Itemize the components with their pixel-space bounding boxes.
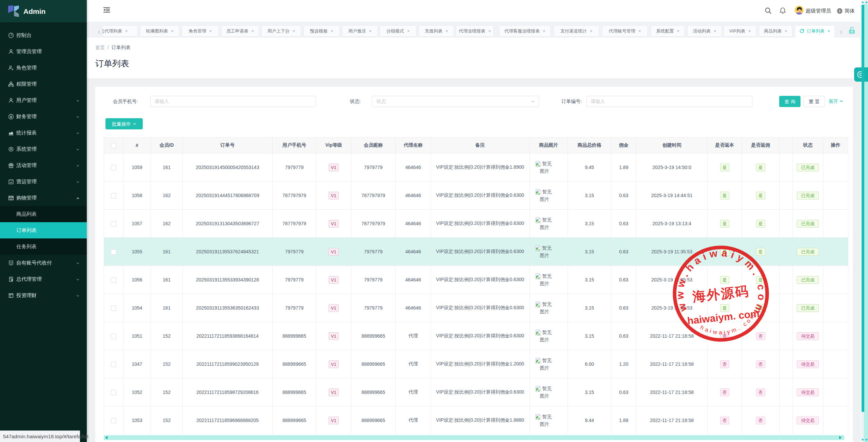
svg-text:海外源码: 海外源码	[691, 283, 750, 304]
